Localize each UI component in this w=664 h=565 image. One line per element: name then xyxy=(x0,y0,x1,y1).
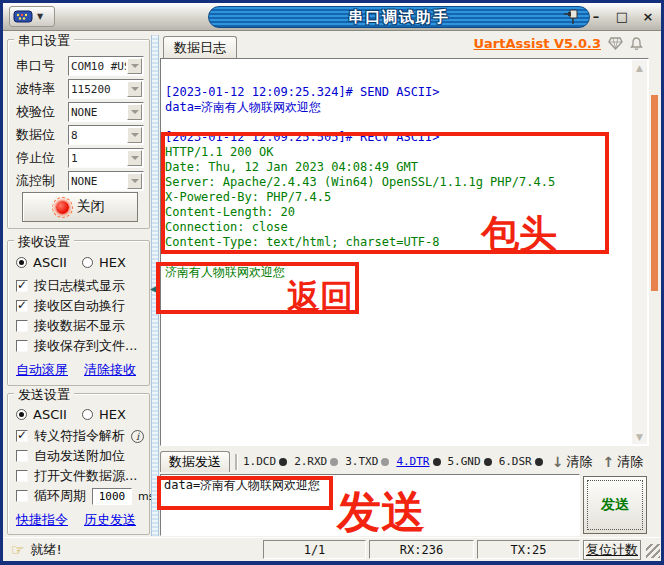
scroll-down-icon[interactable]: ▼ xyxy=(632,429,647,444)
maximize-button[interactable]: □ xyxy=(613,7,631,25)
flowctrl-value: NONE xyxy=(69,175,126,188)
pin-dtr-link[interactable]: 4.DTR xyxy=(396,455,429,468)
databits-value: 8 xyxy=(69,129,126,142)
bell-icon[interactable] xyxy=(630,37,643,51)
quick-commands-link[interactable]: 快捷指令 xyxy=(16,511,68,529)
tab-data-send[interactable]: 数据发送 xyxy=(160,451,230,472)
checkbox-icon xyxy=(16,430,28,442)
app-window: ▼ 串口调试助手 – □ × 串口设置 串口号 COM10 #US 波特率 11… xyxy=(0,0,664,565)
radio-icon xyxy=(16,257,27,268)
pin-dtr[interactable]: 4.DTR xyxy=(396,455,440,468)
chevron-down-icon[interactable] xyxy=(127,81,142,97)
recv-save-file-checkbox[interactable]: 接收保存到文件... xyxy=(16,337,137,355)
send-button-label: 发送 xyxy=(601,496,629,514)
info-icon[interactable]: i xyxy=(131,430,144,443)
status-page-panel: 1/1 xyxy=(263,540,366,559)
send-button[interactable]: 发送 xyxy=(583,476,647,534)
tab-data-log-label: 数据日志 xyxy=(174,39,226,57)
file-source-checkbox[interactable]: 打开文件数据源... xyxy=(16,467,137,485)
recv-hex-radio[interactable]: HEX xyxy=(82,255,126,270)
pin-txd-label: 3.TXD xyxy=(345,455,378,468)
clear-receive-link[interactable]: 清除接收 xyxy=(84,361,136,379)
chevron-down-icon[interactable] xyxy=(127,173,142,189)
checkbox-icon[interactable] xyxy=(16,490,28,502)
pin-txd[interactable]: 3.TXD xyxy=(345,455,389,468)
receive-settings-group: 接收设置 ASCII HEX 按日志模式显示 接收区自动换行 接收数据不显示 接… xyxy=(7,240,150,386)
status-bar: ☞ 就绪! 1/1 RX:236 TX:25 复位计数 xyxy=(3,537,661,561)
close-button[interactable]: × xyxy=(639,7,657,25)
serial-settings-group: 串口设置 串口号 COM10 #US 波特率 115200 校验位 NONE 数… xyxy=(7,39,150,229)
checkbox-icon xyxy=(16,470,28,482)
auto-append-checkbox[interactable]: 自动发送附加位 xyxy=(16,447,125,465)
pin-status-icon xyxy=(381,458,389,466)
recv-autowrap-checkbox[interactable]: 接收区自动换行 xyxy=(16,297,125,315)
chevron-down-icon[interactable] xyxy=(127,104,142,120)
flowctrl-select[interactable]: NONE xyxy=(68,171,144,191)
clear-receive-button[interactable]: ↓ 清除 xyxy=(552,453,593,471)
checkbox-icon xyxy=(16,340,28,352)
red-led-icon xyxy=(56,201,69,214)
toolbar-separator xyxy=(235,454,238,470)
log-scrollbar[interactable]: ▲ ▼ xyxy=(632,60,647,444)
gem-icon[interactable] xyxy=(608,37,623,50)
parity-select[interactable]: NONE xyxy=(68,102,144,122)
baud-select[interactable]: 115200 xyxy=(68,79,144,99)
close-port-button[interactable]: 关闭 xyxy=(22,192,138,222)
chevron-down-icon[interactable] xyxy=(127,150,142,166)
log-line xyxy=(165,115,630,130)
clear-send-label: 清除 xyxy=(617,453,643,471)
recv-hide-checkbox[interactable]: 接收数据不显示 xyxy=(16,317,125,335)
pin-gnd[interactable]: 5.GND xyxy=(448,455,492,468)
cycle-period-input[interactable] xyxy=(92,488,132,505)
recv-save-file-label: 接收保存到文件... xyxy=(34,337,137,355)
send-ascii-radio[interactable]: ASCII xyxy=(16,407,67,422)
stopbits-label: 停止位 xyxy=(16,149,68,167)
recv-ascii-label: ASCII xyxy=(33,255,67,270)
chevron-down-icon[interactable] xyxy=(127,127,142,143)
version-link[interactable]: UartAssist V5.0.3 xyxy=(474,36,602,51)
send-settings-title: 发送设置 xyxy=(14,386,74,404)
databits-select[interactable]: 8 xyxy=(68,125,144,145)
send-hex-radio[interactable]: HEX xyxy=(82,407,126,422)
send-settings-group: 发送设置 ASCII HEX 转义符指令解析i 自动发送附加位 打开文件数据源.… xyxy=(7,393,150,535)
pin-dcd[interactable]: 1.DCD xyxy=(243,455,287,468)
pin-status-icon xyxy=(330,458,338,466)
pin-status-icon xyxy=(535,458,543,466)
stopbits-select[interactable]: 1 xyxy=(68,148,144,168)
cycle-period-label: 循环周期 xyxy=(34,487,86,505)
port-select[interactable]: COM10 #US xyxy=(68,56,144,76)
reset-count-button[interactable]: 复位计数 xyxy=(583,540,641,560)
auto-scroll-link[interactable]: 自动滚屏 xyxy=(16,361,68,379)
pin-dsr[interactable]: 6.DSR xyxy=(499,455,543,468)
radio-icon xyxy=(16,409,27,420)
arrow-up-icon: ↑ xyxy=(602,454,614,470)
pin-status-icon xyxy=(433,458,441,466)
history-send-link[interactable]: 历史发送 xyxy=(84,511,136,529)
pin-rxd[interactable]: 2.RXD xyxy=(294,455,338,468)
annotation-header-label: 包头 xyxy=(481,215,557,253)
status-tx-panel: TX:25 xyxy=(477,540,580,559)
serial-port-icon xyxy=(13,10,33,23)
pin-dcd-label: 1.DCD xyxy=(243,455,276,468)
tab-data-log[interactable]: 数据日志 xyxy=(163,36,237,58)
checkbox-icon xyxy=(16,320,28,332)
status-message: 就绪! xyxy=(30,541,61,559)
clear-send-button[interactable]: ↑ 清除 xyxy=(602,453,643,471)
radio-icon xyxy=(82,409,93,420)
file-source-label: 打开文件数据源... xyxy=(34,467,137,485)
escape-parse-checkbox[interactable]: 转义符指令解析i xyxy=(16,427,144,445)
scroll-up-icon[interactable]: ▲ xyxy=(632,60,647,75)
send-hex-label: HEX xyxy=(99,407,126,422)
pin-button[interactable] xyxy=(563,8,583,26)
chevron-down-icon[interactable] xyxy=(127,58,142,74)
resize-grip[interactable] xyxy=(646,544,660,558)
recv-ascii-radio[interactable]: ASCII xyxy=(16,255,67,270)
recv-log-mode-checkbox[interactable]: 按日志模式显示 xyxy=(16,277,125,295)
system-menu-button[interactable]: ▼ xyxy=(9,6,55,27)
annotation-send-label: 发送 xyxy=(337,490,425,534)
port-value: COM10 #US xyxy=(69,60,126,73)
minimize-button[interactable]: – xyxy=(587,7,605,25)
checkbox-icon xyxy=(16,450,28,462)
baud-value: 115200 xyxy=(69,83,126,96)
auto-append-label: 自动发送附加位 xyxy=(34,447,125,465)
